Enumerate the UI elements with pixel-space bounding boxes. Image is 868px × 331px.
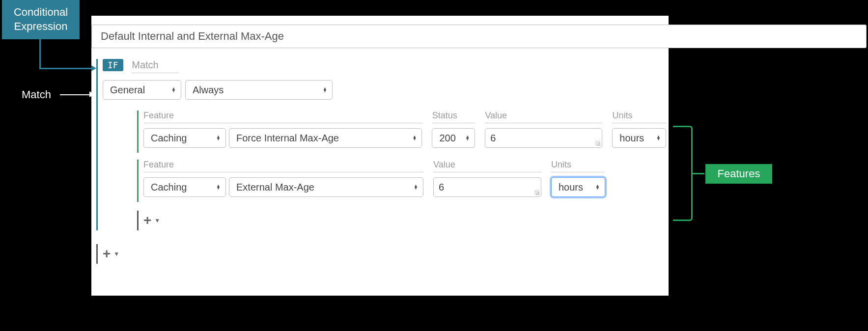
add-condition-button[interactable]: + ▼ bbox=[103, 246, 119, 262]
caret-icon bbox=[465, 136, 470, 141]
column-label-status: Status bbox=[432, 110, 476, 123]
column-label-units: Units bbox=[551, 160, 605, 172]
caret-icon bbox=[414, 185, 418, 190]
match-category-select[interactable]: General bbox=[103, 80, 181, 100]
match-section-label: Match bbox=[132, 59, 178, 73]
caret-icon bbox=[171, 87, 176, 93]
if-badge: IF bbox=[103, 59, 123, 71]
column-label-value: Value bbox=[485, 110, 602, 123]
rule-title-input[interactable]: Default Internal and External Max-Age bbox=[91, 25, 867, 48]
features-bracket bbox=[673, 126, 693, 221]
caret-icon bbox=[216, 185, 221, 190]
caret-icon bbox=[413, 136, 417, 141]
feature-units-select-focused[interactable]: hours bbox=[551, 177, 605, 197]
caret-icon bbox=[323, 87, 327, 93]
arrow-icon bbox=[89, 91, 94, 97]
feature-category-select[interactable]: Caching bbox=[143, 177, 226, 197]
feature-value-input[interactable]: 6 bbox=[433, 177, 541, 197]
arrow-icon bbox=[91, 65, 96, 71]
match-condition-select[interactable]: Always bbox=[185, 80, 333, 100]
feature-status-select[interactable]: 200 bbox=[432, 128, 475, 148]
feature-name-select[interactable]: External Max-Age bbox=[229, 177, 423, 197]
caret-icon bbox=[656, 136, 661, 141]
column-label-value: Value bbox=[433, 160, 541, 172]
callout-features: Features bbox=[705, 164, 772, 184]
connector-line bbox=[39, 68, 92, 69]
plus-icon: + bbox=[143, 213, 151, 228]
chevron-down-icon: ▼ bbox=[154, 217, 160, 224]
chevron-down-icon: ▼ bbox=[113, 250, 119, 257]
feature-value-input[interactable]: 6 bbox=[485, 128, 602, 148]
caret-icon bbox=[595, 185, 600, 190]
column-label-units: Units bbox=[612, 110, 666, 123]
column-label-feature: Feature bbox=[143, 160, 423, 172]
connector-line bbox=[60, 94, 90, 95]
connector-line bbox=[39, 39, 41, 69]
column-label-feature: Feature bbox=[143, 110, 422, 123]
resize-grip-icon bbox=[595, 141, 600, 146]
rule-form: IF Match General Always Feature Status V… bbox=[96, 59, 666, 264]
add-feature-button[interactable]: + ▼ bbox=[143, 213, 160, 228]
plus-icon: + bbox=[103, 246, 111, 262]
caret-icon bbox=[216, 136, 221, 141]
resize-grip-icon bbox=[534, 190, 539, 195]
callout-match: Match bbox=[22, 88, 51, 101]
features-bracket-tick bbox=[693, 173, 704, 174]
feature-category-select[interactable]: Caching bbox=[143, 128, 226, 148]
rule-title-text: Default Internal and External Max-Age bbox=[101, 30, 284, 43]
feature-name-select[interactable]: Force Internal Max-Age bbox=[229, 128, 422, 148]
feature-units-select[interactable]: hours bbox=[612, 128, 666, 148]
callout-conditional-expression: Conditional Expression bbox=[2, 0, 80, 39]
